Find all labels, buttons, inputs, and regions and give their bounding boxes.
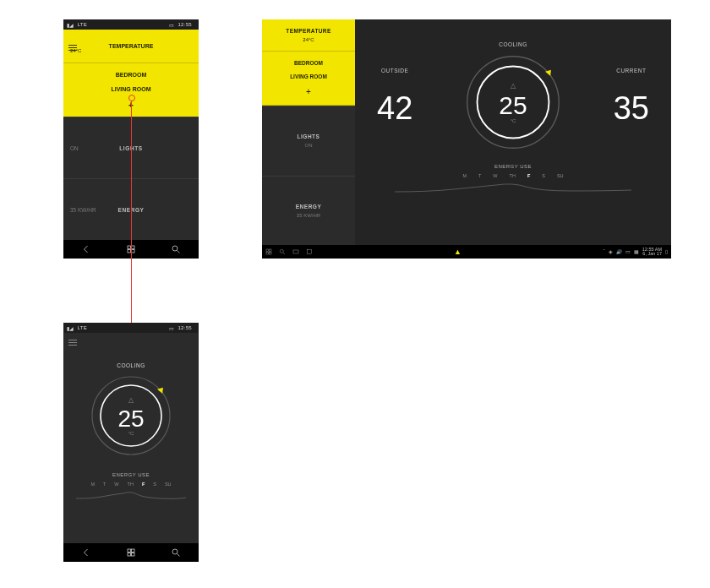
nav-temperature[interactable]: TEMPERATURE 24°C <box>63 30 199 63</box>
energy-label: ENERGY <box>296 204 321 210</box>
energy-label: ENERGY <box>102 207 160 213</box>
add-room-button[interactable]: + <box>128 101 134 110</box>
search-button[interactable] <box>154 547 199 558</box>
page-title: COOLING <box>117 362 145 368</box>
phone-cooling-view: ▮◢ LTE ▭ 12:55 COOLING △ 25 °C ENERGY US… <box>63 323 199 562</box>
status-time: 12:55 <box>178 22 192 27</box>
nav-temperature[interactable]: TEMPERATURE 24°C <box>262 19 355 52</box>
back-button[interactable] <box>63 244 108 255</box>
outside-label: OUTSIDE <box>381 68 408 74</box>
temperature-label: TEMPERATURE <box>286 28 330 34</box>
search-button[interactable] <box>154 244 199 255</box>
taskbar-clock[interactable]: 12:55 AM 6, Jan 17 <box>642 248 662 257</box>
search-icon[interactable] <box>279 248 286 256</box>
day-s[interactable]: S <box>153 482 156 487</box>
svg-rect-9 <box>128 553 131 556</box>
day-th[interactable]: TH <box>128 482 134 487</box>
svg-rect-0 <box>128 246 131 249</box>
energy-sparkline <box>76 488 186 502</box>
svg-rect-16 <box>266 252 269 254</box>
day-th[interactable]: TH <box>510 173 516 178</box>
tray-up-icon[interactable]: ˄ <box>603 249 605 254</box>
day-su[interactable]: SU <box>557 173 564 178</box>
signal-icon: ▮◢ <box>67 325 74 331</box>
menu-icon[interactable] <box>68 338 77 347</box>
tray-vol-icon[interactable]: 🔊 <box>616 249 622 254</box>
day-w[interactable]: W <box>493 173 497 178</box>
svg-rect-8 <box>131 549 134 553</box>
task-view-icon[interactable] <box>292 248 299 256</box>
temperature-value: 24°C <box>70 48 81 53</box>
energy-use-title: ENERGY USE <box>494 164 532 169</box>
windows-button[interactable] <box>109 547 154 558</box>
rooms-list: BEDROOM LIVING ROOM + <box>63 63 199 117</box>
back-button[interactable] <box>63 547 108 558</box>
temperature-label: TEMPERATURE <box>109 43 154 49</box>
battery-icon: ▭ <box>169 22 174 28</box>
nav-energy[interactable]: ENERGY 35 KW/HR <box>262 176 355 246</box>
room-living-room[interactable]: LIVING ROOM <box>111 86 150 92</box>
start-button[interactable] <box>265 248 272 256</box>
chevron-up-icon[interactable]: △ <box>511 82 516 90</box>
day-w[interactable]: W <box>114 482 118 487</box>
desktop-view: TEMPERATURE 24°C BEDROOM LIVING ROOM + L… <box>262 19 671 259</box>
energy-value: 35 KW/HR <box>63 207 102 213</box>
svg-rect-20 <box>308 249 312 253</box>
day-f[interactable]: F <box>527 173 530 178</box>
svg-point-4 <box>172 246 178 251</box>
room-bedroom[interactable]: BEDROOM <box>116 72 147 78</box>
carrier-label: LTE <box>78 22 87 27</box>
add-room-button[interactable]: + <box>306 87 311 96</box>
svg-rect-10 <box>131 553 134 556</box>
svg-rect-1 <box>131 246 134 249</box>
day-su[interactable]: SU <box>165 482 172 487</box>
energy-use-title: ENERGY USE <box>112 472 150 477</box>
nav-lights[interactable]: LIGHTS ON <box>262 106 355 176</box>
taskbar-app-icon[interactable]: ▲ <box>313 248 603 256</box>
days-row: M T W TH F S SU <box>462 173 563 178</box>
temperature-value: 24°C <box>303 37 314 42</box>
status-bar: ▮◢ LTE ▭ 12:55 <box>63 19 199 30</box>
day-s[interactable]: S <box>542 173 545 178</box>
status-time: 12:55 <box>178 325 192 330</box>
day-m[interactable]: M <box>462 173 467 178</box>
action-center-icon[interactable]: ▯ <box>665 249 668 254</box>
day-m[interactable]: M <box>90 482 95 487</box>
tray-lang-icon[interactable]: ▦ <box>634 249 639 254</box>
current-value: 35 <box>614 90 649 127</box>
reading-cooling: COOLING △ 25 °C <box>463 41 563 152</box>
svg-point-18 <box>280 249 283 253</box>
chevron-up-icon[interactable]: △ <box>128 396 134 404</box>
nav-lights[interactable]: ON LIGHTS <box>63 117 199 178</box>
reading-current: CURRENT 35 <box>614 68 649 127</box>
day-t[interactable]: T <box>103 482 106 487</box>
dial-unit: °C <box>511 118 516 123</box>
energy-sparkline <box>395 180 631 195</box>
temperature-dial[interactable]: △ 25 °C <box>89 373 173 459</box>
days-row: M T W TH F S SU <box>90 482 171 487</box>
current-label: CURRENT <box>616 68 646 74</box>
lights-label: LIGHTS <box>102 145 160 151</box>
lights-value: ON <box>305 143 313 148</box>
dial-temperature: 25 <box>117 406 144 433</box>
day-f[interactable]: F <box>142 482 145 487</box>
tray-net-icon[interactable]: ◈ <box>609 249 613 254</box>
svg-rect-14 <box>266 249 269 252</box>
svg-rect-7 <box>128 549 131 553</box>
room-bedroom[interactable]: BEDROOM <box>294 60 323 66</box>
nav-energy[interactable]: 35 KW/HR ENERGY <box>63 178 199 240</box>
room-living-room[interactable]: LIVING ROOM <box>290 74 327 79</box>
day-t[interactable]: T <box>478 173 481 178</box>
taskbar: ▲ ˄ ◈ 🔊 ▭ ▦ 12:55 AM 6, Jan 17 ▯ <box>262 245 671 259</box>
svg-rect-19 <box>293 250 298 253</box>
dial-temperature: 25 <box>499 91 527 120</box>
temperature-dial[interactable]: △ 25 °C <box>463 52 563 152</box>
svg-rect-17 <box>269 252 271 254</box>
tray-batt-icon[interactable]: ▭ <box>625 249 631 254</box>
windows-button[interactable] <box>109 244 154 255</box>
dial-unit: °C <box>128 431 134 436</box>
main-panel: OUTSIDE 42 COOLING △ 25 °C <box>355 19 671 245</box>
app-pin-icon[interactable] <box>306 248 313 256</box>
carrier-label: LTE <box>78 325 87 330</box>
reading-outside: OUTSIDE 42 <box>377 68 412 127</box>
